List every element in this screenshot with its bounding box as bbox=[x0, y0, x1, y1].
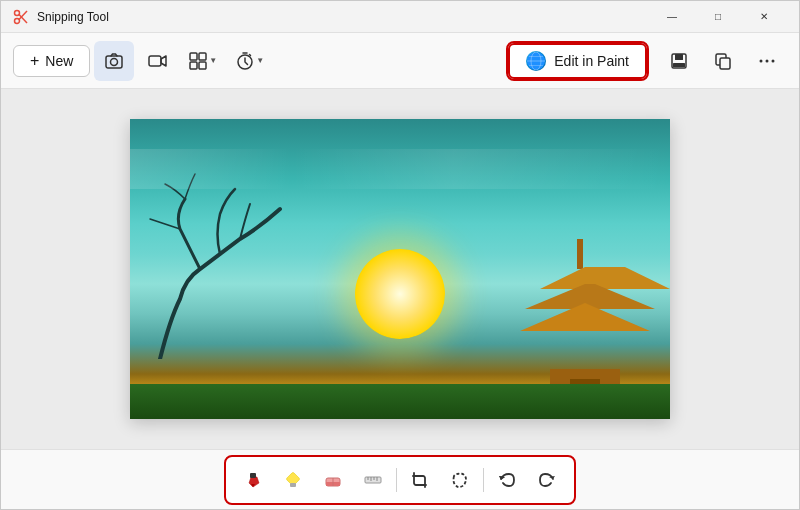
main-window: Snipping Tool — □ ✕ + New bbox=[0, 0, 800, 510]
screenshot-image bbox=[130, 119, 670, 419]
maximize-button[interactable]: □ bbox=[695, 1, 741, 33]
edit-in-paint-label: Edit in Paint bbox=[554, 53, 629, 69]
plus-icon: + bbox=[30, 52, 39, 70]
capture-mode-arrow: ▼ bbox=[209, 56, 217, 65]
crop-tool-button[interactable] bbox=[401, 461, 439, 499]
app-icon bbox=[13, 9, 29, 25]
window-controls: — □ ✕ bbox=[649, 1, 787, 33]
close-button[interactable]: ✕ bbox=[741, 1, 787, 33]
photo-capture-button[interactable] bbox=[94, 41, 134, 81]
cloud-mist bbox=[130, 149, 670, 189]
more-options-button[interactable] bbox=[747, 41, 787, 81]
svg-rect-7 bbox=[190, 53, 197, 60]
tools-separator-2 bbox=[483, 468, 484, 492]
toolbar-right-buttons bbox=[659, 41, 787, 81]
titlebar: Snipping Tool — □ ✕ bbox=[1, 1, 799, 33]
screenshot-preview bbox=[130, 119, 670, 419]
svg-point-23 bbox=[772, 59, 775, 62]
svg-rect-19 bbox=[673, 63, 685, 67]
video-capture-button[interactable] bbox=[138, 41, 178, 81]
undo-button[interactable] bbox=[488, 461, 526, 499]
bottom-toolbar bbox=[1, 449, 799, 509]
delay-arrow: ▼ bbox=[256, 56, 264, 65]
svg-rect-26 bbox=[250, 473, 256, 478]
highlighter-tool-button[interactable] bbox=[274, 461, 312, 499]
new-button[interactable]: + New bbox=[13, 45, 90, 77]
delay-dropdown[interactable]: ▼ bbox=[229, 41, 272, 81]
svg-rect-32 bbox=[365, 477, 381, 483]
ruler-tool-button[interactable] bbox=[354, 461, 392, 499]
svg-rect-20 bbox=[720, 58, 730, 69]
svg-point-21 bbox=[760, 59, 763, 62]
svg-point-22 bbox=[766, 59, 769, 62]
minimize-button[interactable]: — bbox=[649, 1, 695, 33]
eraser-tool-button[interactable] bbox=[314, 461, 352, 499]
edit-in-paint-button[interactable]: Edit in Paint bbox=[508, 43, 647, 79]
redo-button[interactable] bbox=[528, 461, 566, 499]
svg-rect-8 bbox=[199, 53, 206, 60]
pen-tool-button[interactable] bbox=[234, 461, 272, 499]
capture-mode-dropdown[interactable]: ▼ bbox=[182, 41, 225, 81]
select-tool-button[interactable] bbox=[441, 461, 479, 499]
main-toolbar: + New ▼ bbox=[1, 33, 799, 89]
main-content bbox=[1, 89, 799, 449]
tools-separator bbox=[396, 468, 397, 492]
svg-rect-9 bbox=[190, 62, 197, 69]
svg-point-5 bbox=[111, 58, 118, 65]
drawing-tools-container bbox=[224, 455, 576, 505]
svg-rect-18 bbox=[675, 54, 683, 60]
svg-rect-28 bbox=[290, 483, 296, 487]
ground-element bbox=[130, 384, 670, 419]
svg-rect-10 bbox=[199, 62, 206, 69]
copy-button[interactable] bbox=[703, 41, 743, 81]
paint-globe-icon bbox=[526, 51, 546, 71]
window-title: Snipping Tool bbox=[37, 10, 649, 24]
save-button[interactable] bbox=[659, 41, 699, 81]
new-label: New bbox=[45, 53, 73, 69]
svg-rect-6 bbox=[149, 56, 161, 66]
tree-svg bbox=[130, 159, 370, 359]
